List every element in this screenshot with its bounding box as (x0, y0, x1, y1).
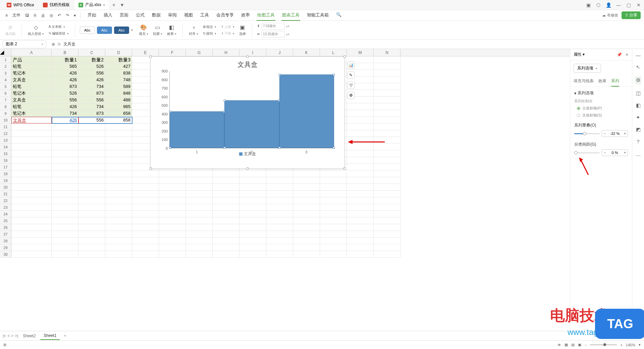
cell[interactable]: 838 (105, 70, 132, 77)
cell[interactable] (374, 211, 400, 217)
view-icon-2[interactable]: ▦ (565, 343, 568, 347)
cell[interactable] (52, 224, 78, 231)
view-icon-1[interactable]: 👁 (557, 343, 561, 347)
zoom-out-button[interactable]: − (585, 343, 587, 347)
cell[interactable] (11, 231, 52, 238)
cell[interactable] (239, 177, 266, 184)
cell[interactable] (132, 238, 159, 244)
cell[interactable]: 铅笔 (11, 63, 52, 70)
cell[interactable] (239, 197, 266, 204)
cell[interactable] (105, 157, 132, 164)
row-header[interactable]: 1 (0, 56, 11, 63)
minimize-button[interactable]: — (616, 2, 621, 8)
more-icon[interactable]: ▾ (72, 12, 78, 19)
cell[interactable] (132, 191, 159, 197)
resize-handle[interactable] (343, 167, 346, 170)
overlap-slider[interactable] (574, 133, 600, 134)
cell[interactable] (374, 63, 400, 70)
cell[interactable] (11, 164, 52, 170)
cell[interactable] (186, 244, 213, 251)
cell[interactable]: 笔记本 (11, 110, 52, 117)
cell[interactable] (159, 204, 186, 211)
cell[interactable] (374, 90, 400, 97)
cell[interactable] (347, 184, 374, 191)
settings-icon[interactable]: ⚙ (635, 76, 641, 84)
col-header[interactable]: K (293, 49, 320, 56)
decrement-button[interactable]: − (602, 131, 607, 136)
cell[interactable] (105, 231, 132, 238)
cell[interactable] (105, 164, 132, 170)
cell[interactable] (293, 211, 320, 217)
chart-title[interactable]: 文具盒 (151, 57, 344, 71)
cell[interactable]: 产品 (11, 56, 52, 63)
cell[interactable]: 873 (52, 83, 78, 90)
cell[interactable] (347, 204, 374, 211)
col-header[interactable]: D (105, 49, 132, 56)
cell[interactable] (213, 170, 239, 177)
cell[interactable] (78, 244, 105, 251)
cell[interactable] (374, 204, 400, 211)
chart-legend[interactable]: 文具盒 (151, 148, 344, 157)
cell[interactable] (347, 144, 374, 150)
formula-text[interactable]: 文具盒 (63, 41, 75, 47)
row-header[interactable]: 23 (0, 204, 11, 211)
cell[interactable] (320, 224, 347, 231)
cell[interactable] (347, 117, 374, 123)
cell[interactable] (374, 56, 400, 63)
row-header[interactable]: 9 (0, 110, 11, 117)
cell[interactable] (347, 170, 374, 177)
cell[interactable] (186, 170, 213, 177)
cell[interactable] (11, 238, 52, 244)
col-header[interactable]: E (132, 49, 159, 56)
cell[interactable] (347, 110, 374, 117)
row-header[interactable]: 29 (0, 244, 11, 251)
cell[interactable] (52, 217, 78, 224)
cell[interactable] (159, 238, 186, 244)
tab-page[interactable]: 页面 (119, 10, 129, 21)
cell[interactable] (132, 184, 159, 191)
tab-data[interactable]: 数据 (151, 10, 161, 21)
cell[interactable] (105, 170, 132, 177)
cell[interactable]: 589 (105, 83, 132, 90)
cell[interactable] (11, 224, 52, 231)
cell[interactable] (159, 211, 186, 217)
cell[interactable] (78, 211, 105, 217)
cell[interactable] (239, 204, 266, 211)
cell[interactable] (11, 211, 52, 217)
cell[interactable] (374, 231, 400, 238)
cell[interactable]: 数量2 (78, 56, 105, 63)
cell[interactable] (374, 177, 400, 184)
cell[interactable] (78, 164, 105, 170)
rotate-button[interactable]: ↻ 旋转 (202, 31, 218, 37)
chart-object[interactable]: 文具盒 0100200300400500600700800900123 文具盒 … (150, 56, 345, 169)
effect-button[interactable]: ◧效果 (166, 23, 178, 37)
chart-filter-button[interactable]: ▽ (347, 82, 355, 89)
cell[interactable] (159, 224, 186, 231)
redo-icon[interactable]: ↷ (64, 12, 71, 19)
cell[interactable] (320, 204, 347, 211)
cell[interactable] (374, 251, 400, 258)
col-header[interactable]: G (186, 49, 213, 56)
cell[interactable] (266, 251, 293, 258)
cell[interactable] (78, 130, 105, 137)
cell[interactable] (132, 177, 159, 184)
cell[interactable]: 文具盒 (11, 77, 52, 83)
cell[interactable] (320, 177, 347, 184)
cell[interactable]: 556 (78, 70, 105, 77)
cell[interactable] (320, 217, 347, 224)
cell[interactable] (52, 150, 78, 157)
style-preset-3[interactable]: Abc (114, 27, 129, 34)
cell[interactable] (78, 224, 105, 231)
col-header[interactable]: B (52, 49, 78, 56)
cell[interactable] (105, 224, 132, 231)
sheet-tab-sheet2[interactable]: Sheet2 (19, 332, 39, 340)
cell[interactable] (374, 217, 400, 224)
cell[interactable]: 数量1 (52, 56, 78, 63)
cell[interactable] (11, 144, 52, 150)
cell[interactable] (11, 137, 52, 144)
cell[interactable] (52, 238, 78, 244)
cell[interactable] (159, 177, 186, 184)
sheet-prev-icon[interactable]: < (7, 334, 10, 338)
cell[interactable] (374, 150, 400, 157)
cell[interactable] (213, 238, 239, 244)
